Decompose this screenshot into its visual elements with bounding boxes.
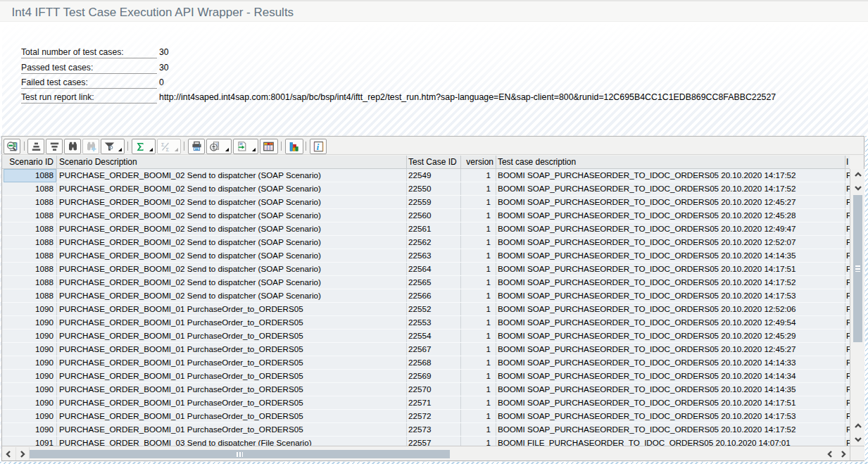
svg-text:i: i	[316, 142, 319, 152]
svg-text:Σ: Σ	[161, 142, 165, 148]
svg-text:Σ: Σ	[166, 146, 170, 153]
